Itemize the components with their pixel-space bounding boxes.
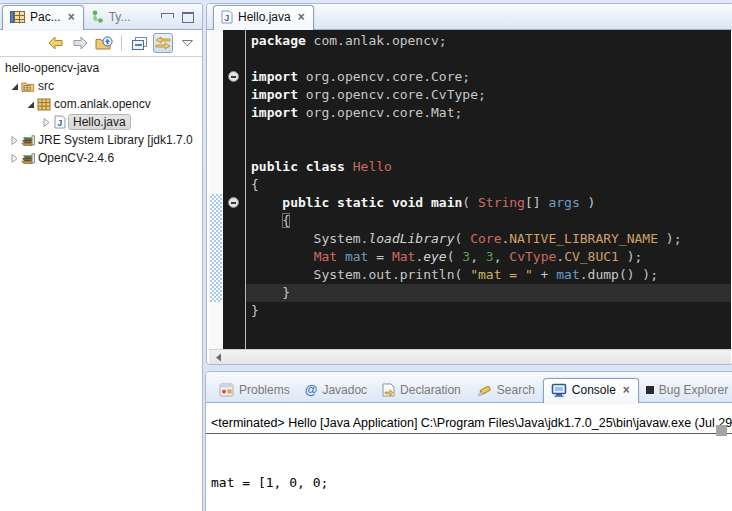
code-line[interactable]: public static void main( String[] args ) [251, 194, 731, 212]
editor-tabbar: J Hello.java × [207, 4, 732, 30]
console-process-header: <terminated> Hello [Java Application] C:… [206, 416, 732, 434]
tree-item-src[interactable]: src [0, 77, 202, 95]
editor-tab-hello-java[interactable]: J Hello.java × [213, 5, 314, 30]
svg-text:J: J [57, 118, 62, 128]
tree-item-package[interactable]: com.anlak.opencv [0, 95, 202, 113]
tree-item-opencv-library[interactable]: OpenCV-2.4.6 [0, 149, 202, 167]
tree-item-hello-java[interactable]: J Hello.java [0, 113, 202, 131]
code-line[interactable]: public class Hello [251, 158, 731, 176]
library-icon [21, 151, 35, 165]
tab-javadoc[interactable]: @ Javadoc [298, 378, 375, 402]
search-icon [476, 383, 492, 397]
editor-area: J Hello.java × package com.anlak.opencv;… [206, 3, 732, 365]
tab-declaration[interactable]: Declaration [375, 379, 469, 402]
view-window-buttons [161, 12, 202, 29]
code-line[interactable] [251, 122, 731, 140]
toolbar-separator [121, 35, 122, 51]
collapse-all-icon[interactable] [129, 33, 149, 53]
expanded-arrow-icon[interactable] [7, 79, 21, 93]
code-lines: package com.anlak.opencv;import org.open… [246, 32, 731, 320]
code-line[interactable]: System.out.println( "mat = " + mat.dump(… [251, 266, 731, 284]
java-file-icon: J [53, 115, 67, 129]
tree-item-project-root[interactable]: hello-opencv-java [0, 59, 202, 77]
javadoc-icon: @ [305, 382, 318, 397]
fold-collapse-icon[interactable] [228, 197, 239, 208]
code-line[interactable]: import org.opencv.core.Core; [251, 68, 731, 86]
minimize-button[interactable] [161, 13, 174, 18]
code-line[interactable]: } [251, 302, 731, 320]
code-line[interactable]: { [251, 212, 731, 230]
range-indicator [210, 194, 222, 302]
tab-label: Javadoc [322, 383, 367, 397]
tab-label: Ty... [109, 10, 131, 24]
fold-collapse-icon[interactable] [228, 71, 239, 82]
tab-label: Bug Explorer [659, 383, 728, 397]
code-line[interactable]: } [251, 284, 731, 302]
code-line[interactable]: import org.opencv.core.CvType; [251, 86, 731, 104]
scroll-left-arrow-icon[interactable] [215, 353, 222, 362]
tab-label: Console [572, 383, 616, 397]
console-output-line: mat = [1, 0, 0; [211, 474, 732, 492]
svg-text:J: J [224, 13, 229, 23]
tab-problems[interactable]: Problems [212, 379, 298, 402]
forward-arrow-icon[interactable] [70, 33, 90, 53]
code-line[interactable]: System.loadLibrary( Core.NATIVE_LIBRARY_… [251, 230, 731, 248]
tab-bug-explorer[interactable]: Bug Explorer [639, 379, 732, 402]
back-arrow-icon[interactable] [46, 33, 66, 53]
java-file-icon: J [221, 10, 233, 24]
library-icon [21, 133, 35, 147]
package-icon [37, 97, 51, 111]
view-menu-icon[interactable] [177, 33, 197, 53]
tab-label: Pac... [30, 10, 61, 24]
console-icon [551, 383, 567, 397]
tree-item-jre-library[interactable]: JRE System Library [jdk1.7.0 [0, 131, 202, 149]
bottom-tabbar: Problems @ Javadoc Declaration Search [206, 372, 732, 403]
expanded-arrow-icon[interactable] [23, 97, 37, 111]
code-line[interactable]: import org.opencv.core.Mat; [251, 104, 731, 122]
link-with-editor-icon[interactable] [153, 33, 173, 53]
left-panel-tabbar: Pac... × Ty... [0, 4, 202, 30]
bottom-view-area: Problems @ Javadoc Declaration Search [205, 371, 732, 511]
code-text-area[interactable]: package com.anlak.opencv;import org.open… [246, 30, 731, 349]
tab-console[interactable]: Console × [543, 378, 639, 403]
close-icon[interactable]: × [68, 12, 75, 22]
tab-label: Hello.java [238, 10, 291, 24]
package-explorer-view: Pac... × Ty... [0, 3, 203, 511]
console-output[interactable]: mat = [1, 0, 0; 0, 1, 0; 0, 0, 1] [206, 434, 732, 511]
type-hierarchy-icon [91, 10, 104, 24]
folding-ruler[interactable] [223, 30, 246, 349]
package-explorer-toolbar [0, 30, 202, 57]
tab-label: Problems [239, 383, 290, 397]
collapsed-arrow-icon[interactable] [39, 115, 53, 129]
declaration-icon [382, 383, 395, 397]
tab-package-explorer[interactable]: Pac... × [2, 5, 84, 30]
console-toolbar-icon[interactable] [716, 425, 727, 436]
maximize-button[interactable] [182, 12, 194, 23]
code-line[interactable]: { [251, 176, 731, 194]
package-explorer-icon [10, 10, 25, 24]
tab-search[interactable]: Search [469, 379, 543, 402]
tab-label: Search [497, 383, 535, 397]
up-folder-icon[interactable] [94, 33, 114, 53]
console-view: <terminated> Hello [Java Application] C:… [206, 416, 732, 511]
code-line[interactable]: Mat mat = Mat.eye( 3, 3, CvType.CV_8UC1 … [251, 248, 731, 266]
source-folder-icon [21, 79, 35, 93]
horizontal-scrollbar[interactable] [209, 349, 731, 364]
project-tree: hello-opencv-java src [0, 57, 202, 167]
collapsed-arrow-icon[interactable] [7, 133, 21, 147]
problems-icon [219, 383, 234, 397]
bug-square-icon [646, 386, 654, 394]
selected-tree-label: Hello.java [68, 114, 131, 130]
code-line[interactable] [251, 50, 731, 68]
code-line[interactable]: package com.anlak.opencv; [251, 32, 731, 50]
code-editor[interactable]: package com.anlak.opencv;import org.open… [209, 30, 731, 349]
close-icon[interactable]: × [623, 385, 630, 395]
tab-type-hierarchy[interactable]: Ty... [84, 6, 139, 29]
annotation-ruler[interactable] [209, 30, 223, 349]
tab-label: Declaration [400, 383, 461, 397]
collapsed-arrow-icon[interactable] [7, 151, 21, 165]
close-icon[interactable]: × [298, 12, 305, 22]
code-line[interactable] [251, 140, 731, 158]
